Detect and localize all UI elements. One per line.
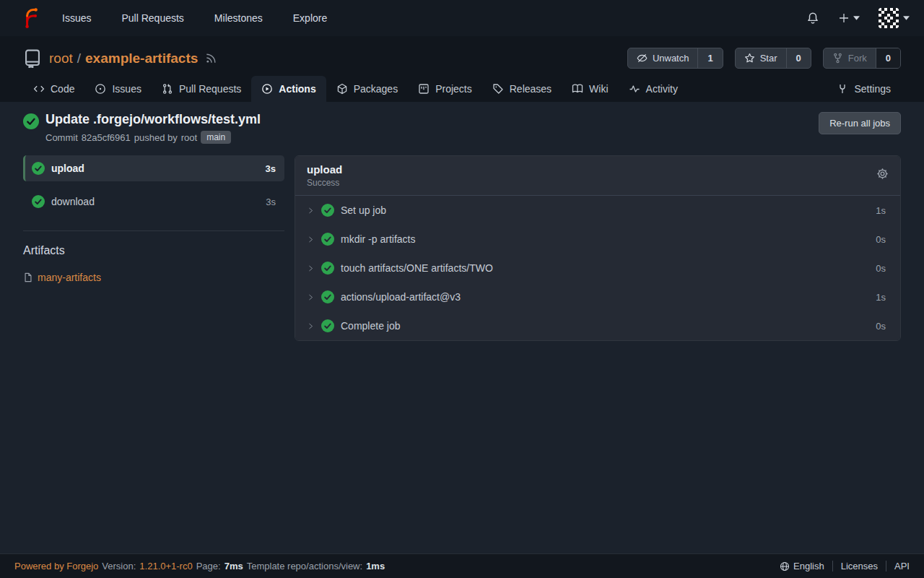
job-detail-panel: upload Success Set up job 1s (295, 155, 901, 341)
navbar-item-pull-requests[interactable]: Pull Requests (121, 7, 183, 30)
chevron-right-icon (307, 293, 315, 301)
page-time-label: Page: (196, 561, 221, 571)
code-icon (33, 83, 45, 95)
commit-sha-link[interactable]: 82a5cf6961 (82, 132, 131, 143)
forgejo-logo-icon[interactable] (20, 7, 42, 29)
tab-projects[interactable]: Projects (408, 76, 482, 102)
tab-projects-label: Projects (435, 83, 472, 95)
user-menu[interactable] (879, 8, 910, 28)
tab-packages-label: Packages (354, 83, 398, 95)
tab-actions[interactable]: Actions (251, 76, 326, 102)
version-link[interactable]: 1.21.0+1-rc0 (139, 561, 192, 571)
top-navbar: Issues Pull Requests Milestones Explore (0, 0, 924, 36)
footer: Powered by Forgejo Version: 1.21.0+1-rc0… (0, 553, 924, 578)
avatar (879, 8, 899, 28)
stars-count[interactable]: 0 (786, 48, 811, 68)
play-circle-icon (261, 83, 273, 95)
run-title: Update .forgejo/workflows/test.yml (45, 112, 261, 127)
repo-name-link[interactable]: example-artifacts (85, 51, 198, 66)
language-label: English (793, 561, 824, 571)
tab-settings[interactable]: Settings (827, 76, 901, 102)
notifications-bell-icon[interactable] (806, 12, 819, 25)
success-check-icon (32, 195, 45, 208)
create-new-dropdown[interactable] (838, 12, 860, 24)
step-row-touch[interactable]: touch artifacts/ONE artifacts/TWO 0s (295, 254, 900, 282)
artifact-item[interactable]: many-artifacts (23, 272, 284, 283)
step-name: actions/upload-artifact@v3 (341, 291, 461, 303)
rss-icon[interactable] (205, 52, 217, 64)
step-name: Complete job (341, 320, 401, 332)
language-selector[interactable]: English (772, 561, 832, 571)
step-name: touch artifacts/ONE artifacts/TWO (341, 262, 493, 274)
tab-packages[interactable]: Packages (326, 76, 408, 102)
step-row-mkdir[interactable]: mkdir -p artifacts 0s (295, 225, 900, 254)
tab-pull-requests[interactable]: Pull Requests (152, 76, 251, 102)
repo-header: root / example-artifacts Unwatch 1 (0, 36, 924, 102)
chevron-down-icon (903, 16, 910, 20)
pulse-icon (629, 83, 640, 95)
template-time-value: 1ms (366, 561, 385, 571)
licenses-link[interactable]: Licenses (832, 561, 886, 571)
gear-icon[interactable] (876, 168, 889, 180)
pusher-link[interactable]: root (181, 132, 197, 143)
success-check-icon (321, 262, 334, 275)
powered-by-link[interactable]: Powered by Forgejo (14, 561, 98, 571)
tab-releases[interactable]: Releases (482, 76, 562, 102)
job-item-download[interactable]: download 3s (23, 189, 284, 215)
unwatch-button[interactable]: Unwatch 1 (627, 48, 723, 69)
book-icon (572, 83, 583, 95)
step-duration: 1s (876, 292, 886, 303)
step-duration: 0s (876, 263, 886, 274)
branch-badge[interactable]: main (201, 131, 231, 144)
fork-label: Fork (848, 53, 867, 64)
job-name: upload (51, 163, 84, 174)
step-row-setup[interactable]: Set up job 1s (295, 196, 900, 225)
artifacts-section: Artifacts many-artifacts (23, 230, 284, 283)
star-button[interactable]: Star 0 (735, 48, 811, 69)
navbar-item-milestones[interactable]: Milestones (214, 7, 263, 30)
actions-run-view: Update .forgejo/workflows/test.yml Commi… (0, 102, 924, 553)
chevron-right-icon (307, 207, 315, 215)
repo-icon (23, 49, 42, 68)
rerun-all-jobs-button[interactable]: Re-run all jobs (819, 112, 901, 134)
job-duration: 3s (266, 163, 276, 174)
tab-pull-requests-label: Pull Requests (179, 83, 241, 95)
breadcrumb-separator: / (77, 51, 81, 66)
tab-wiki[interactable]: Wiki (562, 76, 618, 102)
unwatch-label: Unwatch (653, 53, 689, 64)
template-time-label: Template repo/actions/view: (247, 561, 362, 571)
tab-issues[interactable]: Issues (84, 76, 151, 102)
job-steps-list: Set up job 1s mkdir -p artifacts 0s touc… (295, 196, 900, 340)
step-row-upload-artifact[interactable]: actions/upload-artifact@v3 1s (295, 282, 900, 311)
repo-owner-link[interactable]: root (49, 51, 73, 66)
job-detail-title: upload (307, 163, 342, 176)
step-row-complete[interactable]: Complete job 0s (295, 311, 900, 340)
package-icon (336, 83, 348, 95)
tab-code-label: Code (51, 83, 74, 95)
step-duration: 1s (876, 205, 886, 216)
tab-activity[interactable]: Activity (619, 76, 688, 102)
tab-releases-label: Releases (510, 83, 552, 95)
job-duration: 3s (266, 197, 276, 207)
forks-count[interactable]: 0 (876, 48, 900, 68)
success-check-icon (321, 233, 334, 246)
project-board-icon (418, 83, 430, 95)
tab-code[interactable]: Code (23, 76, 84, 102)
success-check-icon (321, 204, 334, 217)
watchers-count[interactable]: 1 (697, 48, 722, 68)
navbar-item-explore[interactable]: Explore (293, 7, 327, 30)
success-check-icon (32, 162, 45, 175)
chevron-down-icon (853, 16, 860, 20)
globe-icon (780, 561, 790, 571)
success-check-icon (23, 113, 39, 129)
job-name: download (51, 196, 95, 207)
tab-settings-label: Settings (854, 83, 891, 95)
api-link[interactable]: API (886, 561, 910, 571)
artifact-download-link[interactable]: many-artifacts (38, 272, 101, 283)
navbar-item-issues[interactable]: Issues (62, 7, 91, 30)
fork-button[interactable]: Fork 0 (823, 48, 901, 69)
eye-slash-icon (637, 53, 648, 64)
issue-circle-icon (95, 83, 106, 95)
job-item-upload[interactable]: upload 3s (23, 155, 284, 181)
file-icon (23, 272, 33, 282)
